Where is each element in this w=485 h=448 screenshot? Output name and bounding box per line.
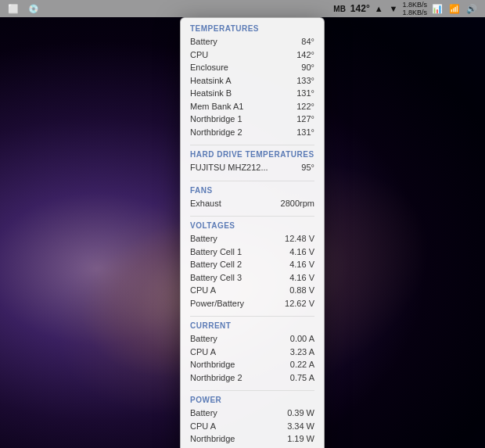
row-label: Battery	[190, 407, 217, 420]
table-row: Battery0.39 W	[190, 407, 314, 420]
row-value: 0.88 V	[289, 284, 314, 297]
section-voltages: VOLTAGESBattery12.48 VBattery Cell 14.16…	[190, 216, 314, 310]
row-label: Heatsink A	[190, 74, 232, 88]
menubar-stat1-icon: ▲	[373, 4, 385, 13]
row-label: Battery Cell 3	[190, 271, 242, 285]
table-row: Battery0.00 A	[190, 332, 314, 346]
menubar-volume-icon: 🔊	[465, 4, 479, 14]
table-row: Northbridge 1127°	[190, 113, 314, 126]
section-divider	[190, 316, 314, 317]
table-row: Northbridge0.22 A	[190, 358, 314, 371]
section-divider	[190, 216, 314, 217]
row-value: 0.00 A	[290, 332, 314, 346]
row-value: 127°	[296, 113, 314, 126]
row-label: FUJITSU MHZ212...	[190, 161, 268, 174]
table-row: Mem Bank A1122°	[190, 100, 314, 113]
menubar-right-icons: MB 142° ▲ ▼ 1.8KB/s1.8KB/s 📊 📶 🔊	[332, 1, 479, 16]
row-label: CPU	[190, 48, 208, 62]
menubar-temperature[interactable]: 142°	[350, 3, 370, 14]
row-value: 84°	[301, 35, 314, 48]
row-label: Northbridge 2	[190, 371, 242, 385]
row-value: 0.39 W	[287, 407, 314, 420]
row-value: 1.19 W	[287, 432, 314, 446]
row-label: CPU A	[190, 346, 216, 359]
table-row: Power/Battery12.62 V	[190, 297, 314, 310]
row-value: 95°	[301, 161, 314, 174]
stats-dropdown-panel: TEMPERATURESBattery84°CPU142°Enclosure90…	[180, 17, 325, 448]
menubar-chart-icon: 📊	[430, 4, 444, 14]
temp-value: 142°	[350, 3, 370, 14]
row-value: 2800rpm	[281, 197, 314, 210]
table-row: Battery12.48 V	[190, 232, 314, 246]
table-row: Battery Cell 14.16 V	[190, 246, 314, 259]
table-row: CPU A0.88 V	[190, 284, 314, 297]
menubar-mb-icon: MB	[332, 5, 347, 13]
table-row: CPU A3.34 W	[190, 420, 314, 433]
row-label: Mem Bank A1	[190, 100, 243, 113]
row-value: 131°	[296, 87, 314, 100]
row-label: Northbridge 1	[190, 113, 242, 126]
menubar: ⬜ 💿 MB 142° ▲ ▼ 1.8KB/s1.8KB/s 📊 📶 🔊	[0, 0, 485, 17]
row-label: Battery	[190, 35, 217, 48]
section-divider	[190, 145, 314, 145]
row-value: 3.34 W	[287, 420, 314, 433]
row-value: 133°	[296, 74, 314, 88]
row-value: 142°	[296, 48, 314, 62]
section-fans: FANSExhaust2800rpm	[190, 181, 314, 210]
row-label: Northbridge	[190, 358, 235, 371]
row-label: Heatsink B	[190, 87, 232, 100]
section-header-current: CURRENT	[190, 321, 314, 330]
table-row: Enclosure90°	[190, 61, 314, 74]
table-row: Northbridge1.19 W	[190, 432, 314, 446]
section-power: POWERBattery0.39 WCPU A3.34 WNorthbridge…	[190, 390, 314, 446]
section-current: CURRENTBattery0.00 ACPU A3.23 ANorthbrid…	[190, 316, 314, 384]
row-label: Battery	[190, 232, 217, 246]
row-value: 12.48 V	[285, 232, 314, 246]
row-label: Battery Cell 1	[190, 246, 242, 259]
section-header-fans: FANS	[190, 186, 314, 195]
table-row: Northbridge 2131°	[190, 126, 314, 139]
table-row: CPU142°	[190, 48, 314, 62]
panel-content: TEMPERATURESBattery84°CPU142°Enclosure90…	[181, 18, 324, 448]
section-divider	[190, 390, 314, 391]
table-row: Heatsink B131°	[190, 87, 314, 100]
section-header-hard-drive-temperatures: HARD DRIVE TEMPERATURES	[190, 150, 314, 159]
row-label: Battery Cell 2	[190, 258, 242, 271]
menubar-network-speed: 1.8KB/s1.8KB/s	[402, 1, 427, 16]
table-row: Northbridge 20.75 A	[190, 371, 314, 385]
row-value: 122°	[296, 100, 314, 113]
section-header-power: POWER	[190, 396, 314, 404]
row-value: 0.22 A	[290, 358, 314, 371]
section-temperatures: TEMPERATURESBattery84°CPU142°Enclosure90…	[190, 24, 314, 138]
table-row: Battery Cell 24.16 V	[190, 258, 314, 271]
table-row: CPU A3.23 A	[190, 346, 314, 359]
row-value: 0.75 A	[290, 371, 314, 385]
row-value: 4.16 V	[289, 271, 314, 285]
row-value: 90°	[301, 61, 314, 74]
row-label: Enclosure	[190, 61, 228, 74]
row-label: Northbridge	[190, 432, 235, 446]
row-label: Northbridge 2	[190, 126, 242, 139]
row-value: 12.62 V	[285, 297, 314, 310]
section-hard-drive-temperatures: HARD DRIVE TEMPERATURESFUJITSU MHZ212...…	[190, 145, 314, 174]
section-divider	[190, 181, 314, 181]
table-row: FUJITSU MHZ212...95°	[190, 161, 314, 174]
row-value: 131°	[296, 126, 314, 139]
row-label: Battery	[190, 332, 217, 346]
row-value: 4.16 V	[289, 246, 314, 259]
table-row: Battery Cell 34.16 V	[190, 271, 314, 285]
menubar-wifi-icon: 📶	[447, 4, 462, 14]
row-label: Power/Battery	[190, 297, 244, 310]
table-row: Exhaust2800rpm	[190, 197, 314, 210]
section-header-temperatures: TEMPERATURES	[190, 24, 314, 33]
table-row: Battery84°	[190, 35, 314, 48]
table-row: Heatsink A133°	[190, 74, 314, 88]
menubar-disc-icon: 💿	[27, 4, 41, 14]
section-header-voltages: VOLTAGES	[190, 221, 314, 230]
menubar-window-icon: ⬜	[6, 4, 20, 14]
row-label: CPU A	[190, 284, 216, 297]
row-value: 3.23 A	[290, 346, 314, 359]
row-label: Exhaust	[190, 197, 221, 210]
menubar-stat2-icon: ▼	[388, 4, 400, 13]
row-value: 4.16 V	[289, 258, 314, 271]
